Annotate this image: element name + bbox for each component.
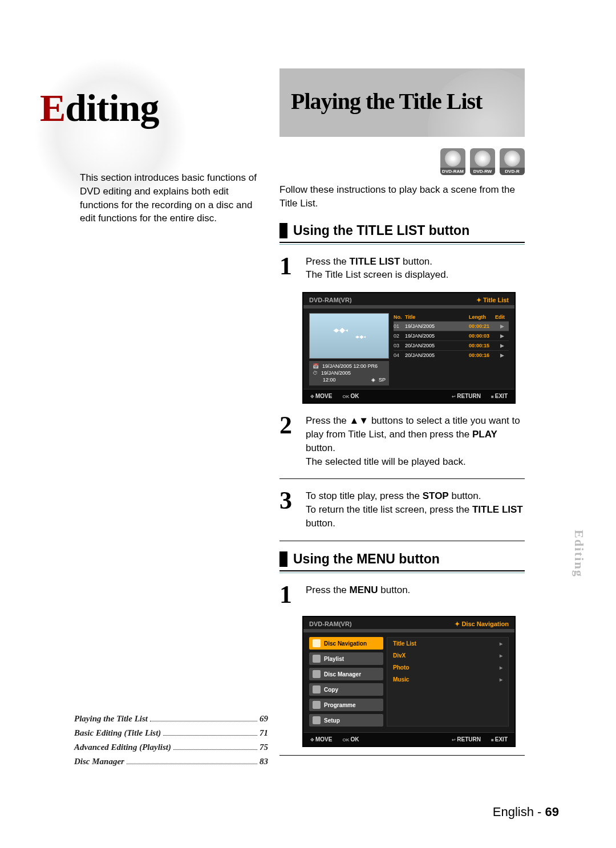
screenshot-title-list: DVD-RAM(VR) ✦ Title List 📅19/JAN/2005 12… <box>302 292 516 404</box>
disc-nav-icon <box>313 639 321 647</box>
step-text: Press the ▲▼ buttons to select a title y… <box>306 414 525 468</box>
hint-return: RETURN <box>457 393 481 399</box>
col-title: Title <box>405 314 469 320</box>
text: The selected title will be played back. <box>306 456 466 467</box>
disc-manager-icon <box>313 670 321 678</box>
menu-copy: Copy <box>309 683 383 696</box>
toc-page: 83 <box>260 757 268 766</box>
chevron-right-icon: ▸ <box>500 676 502 683</box>
hint-exit: EXIT <box>495 736 508 742</box>
step-text: Press the TITLE LIST button. The Title L… <box>306 255 525 282</box>
rule-thin <box>279 244 525 245</box>
toc-row: Playing the Title List 69 <box>74 714 268 724</box>
bold-text: TITLE LIST <box>350 256 400 267</box>
dpad-icon: ✥ <box>310 737 314 742</box>
step-text: Press the MENU button. <box>306 583 525 597</box>
col-no: No. <box>394 314 405 320</box>
section-title: Playing the Title List <box>279 68 525 115</box>
text: To stop title play, press the <box>306 490 423 501</box>
lead-paragraph: Follow these instructions to play back a… <box>279 183 525 210</box>
toc-page: 71 <box>260 728 268 738</box>
playlist-icon <box>313 655 321 663</box>
hint-move: MOVE <box>315 393 332 399</box>
exit-icon: ■ <box>491 737 494 742</box>
hint-exit: EXIT <box>495 393 508 399</box>
col-length: Length <box>469 314 495 320</box>
hint-move: MOVE <box>315 736 332 742</box>
disc-badge-dvdrw: DVD-RW <box>470 148 495 175</box>
disc-label: DVD-RAM <box>440 168 465 175</box>
screenshot-disc-navigation: DVD-RAM(VR) ✦ Disc Navigation Disc Navig… <box>302 616 516 747</box>
toc-leader <box>163 735 257 736</box>
step-3: 3 To stop title play, press the STOP but… <box>279 489 525 530</box>
disc-icon <box>475 151 491 167</box>
text: button. <box>449 490 481 501</box>
rule <box>279 242 525 243</box>
rule <box>279 570 525 571</box>
return-icon: ↩ <box>452 394 456 399</box>
text: Press the <box>306 256 350 267</box>
chapter-title: Editing <box>40 86 268 131</box>
toc-leader <box>173 749 257 750</box>
menu-disc-navigation: Disc Navigation <box>309 637 383 650</box>
screen-hint-bar: ✥MOVE OKOK ↩RETURN ■EXIT <box>303 732 514 746</box>
copy-icon <box>313 685 321 693</box>
preview-thumbnail <box>309 313 389 359</box>
text: button. <box>306 443 335 453</box>
manual-page: Editing This section introduces basic fu… <box>0 0 616 848</box>
ok-icon: OK <box>342 737 349 742</box>
chevron-right-icon: ▸ <box>500 664 502 671</box>
chapter-intro-text: This section introduces basic functions … <box>80 171 268 225</box>
step-1: 1 Press the TITLE LIST button. The Title… <box>279 255 525 282</box>
text: To return the title list screen, press t… <box>306 504 472 515</box>
step-number: 1 <box>279 255 299 278</box>
programme-icon <box>313 701 321 709</box>
title-table: No. Title Length Edit 01 19/JAN/2005 00:… <box>394 313 509 386</box>
toc-page: 69 <box>260 714 268 724</box>
hint-ok: OK <box>350 736 359 742</box>
col-edit: Edit <box>495 314 509 320</box>
step-number: 3 <box>279 489 299 512</box>
step-text: To stop title play, press the STOP butto… <box>306 489 525 530</box>
toc-title: Playing the Title List <box>74 714 148 724</box>
bold-text: TITLE LIST <box>472 504 523 515</box>
submenu-divx: DivX▸ <box>387 650 508 662</box>
ok-icon: OK <box>342 394 349 399</box>
menu-setup: Setup <box>309 714 383 727</box>
sec2-step-1: 1 Press the MENU button. <box>279 583 525 606</box>
bold-text: PLAY <box>472 429 497 440</box>
chapter-title-rest: diting <box>65 86 159 129</box>
content-column: Playing the Title List DVD-RAM DVD-RW DV… <box>279 68 525 759</box>
toc-row: Advanced Editing (Playlist) 75 <box>74 742 268 752</box>
bold-text: MENU <box>350 585 378 595</box>
setup-icon <box>313 716 321 724</box>
disc-badge-dvdram: DVD-RAM <box>440 148 465 175</box>
disc-icon <box>504 151 520 167</box>
text: button. <box>306 518 335 529</box>
rule-thin <box>279 573 525 573</box>
table-of-contents: Playing the Title List 69 Basic Editing … <box>74 714 268 771</box>
disc-label: DVD-RW <box>470 168 495 175</box>
hint-ok: OK <box>350 393 359 399</box>
toc-title: Basic Editing (Title List) <box>74 728 161 738</box>
screen-context: DVD-RAM(VR) <box>309 620 352 628</box>
left-menu: Disc Navigation Playlist Disc Manager Co… <box>309 637 383 727</box>
play-icon: ▶ <box>495 352 509 358</box>
footer-language: English - <box>493 805 545 819</box>
step-number: 2 <box>279 414 299 437</box>
chapter-first-letter: E <box>40 86 65 129</box>
return-icon: ↩ <box>452 737 456 742</box>
table-row: 02 19/JAN/2005 00:00:03 ▶ <box>394 331 509 340</box>
disc-icon <box>445 151 461 167</box>
quality-icon: ◈ <box>371 377 375 384</box>
table-row: 01 19/JAN/2005 00:00:21 ▶ <box>394 321 509 331</box>
table-row: 03 20/JAN/2005 00:00:15 ▶ <box>394 340 509 350</box>
disc-badge-dvdr: DVD-R <box>500 148 525 175</box>
play-icon: ▶ <box>495 343 509 348</box>
subsection-heading: Using the MENU button <box>279 551 525 567</box>
menu-playlist: Playlist <box>309 652 383 665</box>
step-number: 1 <box>279 583 299 606</box>
toc-row: Basic Editing (Title List) 71 <box>74 728 268 738</box>
text: button. <box>378 585 411 595</box>
side-tab-label: Editing <box>572 530 586 578</box>
